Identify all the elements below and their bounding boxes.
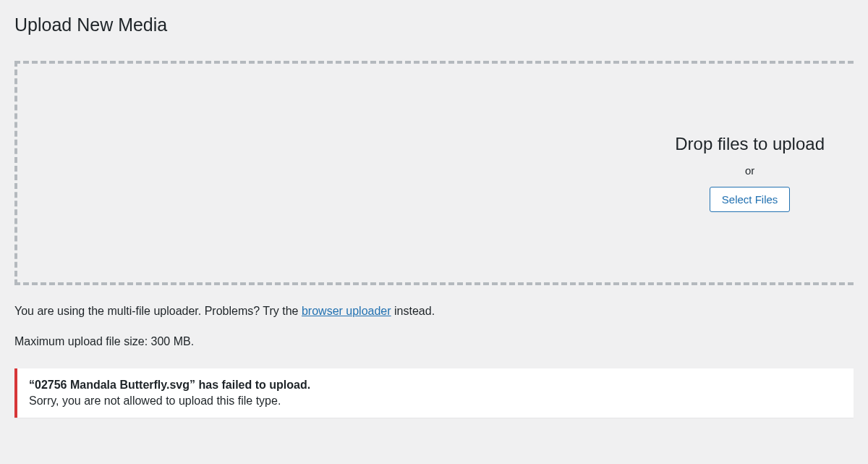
error-title: “02756 Mandala Butterfly.svg” has failed… [29, 379, 842, 392]
page-title: Upload New Media [14, 14, 854, 35]
max-upload-size: Maximum upload file size: 300 MB. [14, 335, 854, 348]
uploader-info-prefix: You are using the multi-file uploader. P… [14, 305, 302, 317]
dropzone-or-label: or [675, 164, 825, 177]
error-notice: “02756 Mandala Butterfly.svg” has failed… [14, 368, 854, 418]
error-message: Sorry, you are not allowed to upload thi… [29, 395, 842, 408]
dropzone-content: Drop files to upload or Select Files [675, 134, 825, 212]
uploader-info-text: You are using the multi-file uploader. P… [14, 303, 854, 319]
select-files-button[interactable]: Select Files [710, 187, 791, 212]
browser-uploader-link[interactable]: browser uploader [302, 305, 391, 317]
dropzone-heading: Drop files to upload [675, 134, 825, 154]
upload-dropzone[interactable]: Drop files to upload or Select Files [14, 61, 854, 285]
uploader-info-suffix: instead. [391, 305, 435, 317]
